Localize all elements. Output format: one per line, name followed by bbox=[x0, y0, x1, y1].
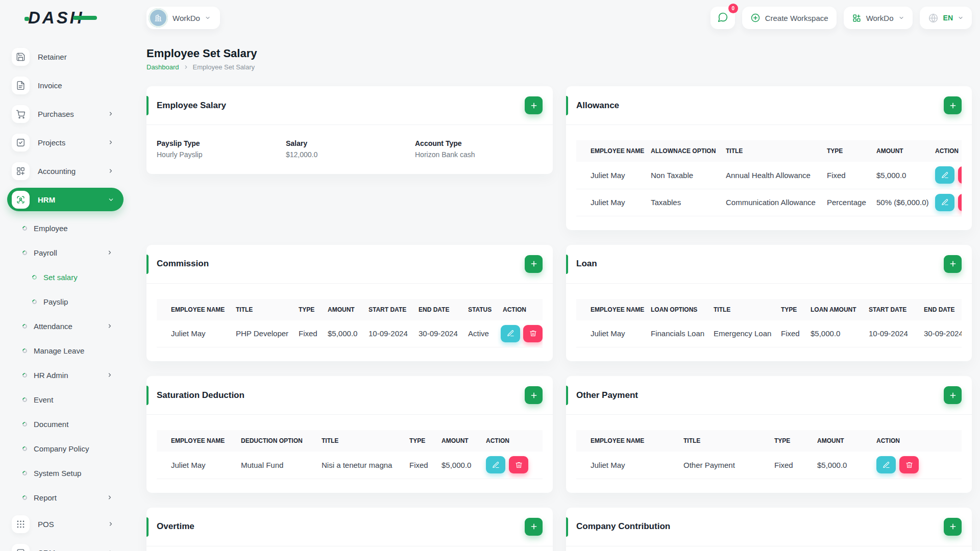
create-workspace-button[interactable]: Create Workspace bbox=[742, 7, 837, 29]
column-header: TITLE bbox=[678, 430, 769, 452]
card-body bbox=[566, 546, 972, 551]
table-cell: Juliet May bbox=[157, 320, 231, 347]
delete-button[interactable] bbox=[958, 194, 962, 211]
sidebar-item-document[interactable]: Document bbox=[0, 412, 131, 436]
table-row: Juliet MayPHP DeveloperFixed$5,000.010-0… bbox=[157, 320, 543, 347]
table-cell: $5,000.0 bbox=[871, 162, 930, 189]
sidebar-item-company-policy[interactable]: Company Policy bbox=[0, 436, 131, 461]
sidebar-item-hrm[interactable]: HRM bbox=[7, 188, 124, 211]
sidebar-item-payroll[interactable]: Payroll bbox=[0, 240, 131, 265]
sidebar-item-attendance[interactable]: Attendance bbox=[0, 314, 131, 338]
sidebar-item-label: Projects bbox=[38, 138, 65, 147]
table-cell: 10-09-2024 bbox=[363, 320, 413, 347]
sidebar-item-projects[interactable]: Projects bbox=[0, 128, 131, 157]
card-header: Loan bbox=[566, 245, 972, 284]
app-switcher-label: WorkDo bbox=[866, 14, 894, 22]
sidebar-item-employee[interactable]: Employee bbox=[0, 216, 131, 240]
edit-button[interactable] bbox=[935, 194, 954, 211]
table-header-row: EMPLOYEE NAMETITLETYPEAMOUNTSTART DATEEN… bbox=[157, 299, 543, 320]
sidebar-item-retainer[interactable]: Retainer bbox=[0, 42, 131, 71]
table-cell: Juliet May bbox=[576, 189, 646, 216]
sidebar-item-pos[interactable]: POS bbox=[0, 510, 131, 538]
sidebar-item-accounting[interactable]: Accounting bbox=[0, 157, 131, 185]
card-header: Allowance bbox=[566, 86, 972, 125]
language-selector[interactable]: EN bbox=[920, 7, 972, 29]
employee-salary-card: Employee Salary Payslip Type Hourly Pays… bbox=[146, 86, 553, 174]
sidebar-item-crm[interactable]: CRM bbox=[0, 538, 131, 551]
chevron-right-icon bbox=[107, 372, 113, 378]
hrm-icon bbox=[12, 191, 30, 209]
sidebar-item-label: HRM bbox=[38, 195, 55, 204]
hrm-submenu: Employee Payroll Set salary Payslip Atte… bbox=[0, 214, 131, 510]
table-header-row: EMPLOYEE NAMETITLETYPEAMOUNTACTION bbox=[576, 430, 962, 452]
bullet-icon bbox=[31, 274, 38, 281]
edit-button[interactable] bbox=[501, 325, 520, 342]
column-header: TYPE bbox=[769, 430, 812, 452]
delete-button[interactable] bbox=[523, 325, 543, 342]
table-cell: Percentage bbox=[822, 189, 871, 216]
column-header: EMPLOYEE NAME bbox=[576, 299, 646, 320]
delete-button[interactable] bbox=[509, 456, 528, 473]
page-title: Employee Set Salary bbox=[146, 47, 972, 60]
table-cell: $5,000.0 bbox=[436, 452, 481, 479]
add-overtime-button[interactable] bbox=[525, 518, 543, 536]
field-salary: Salary $12,000.0 bbox=[286, 139, 415, 159]
breadcrumb-dashboard-link[interactable]: Dashboard bbox=[146, 63, 179, 71]
add-saturation-deduction-button[interactable] bbox=[525, 386, 543, 404]
add-other-payment-button[interactable] bbox=[944, 386, 962, 404]
edit-button[interactable] bbox=[486, 456, 505, 473]
app-logo[interactable]: DASH bbox=[0, 0, 131, 36]
tasks-icon bbox=[12, 134, 30, 152]
bullet-icon bbox=[21, 494, 28, 501]
table-cell: Juliet May bbox=[576, 162, 646, 189]
messages-button[interactable]: 0 bbox=[710, 7, 735, 29]
card-header: Overtime bbox=[146, 508, 553, 546]
add-allowance-button[interactable] bbox=[944, 96, 962, 114]
table-cell: Juliet May bbox=[157, 452, 236, 479]
chevron-right-icon bbox=[108, 111, 114, 117]
sidebar-item-invoice[interactable]: Invoice bbox=[0, 71, 131, 99]
delete-button[interactable] bbox=[899, 456, 919, 473]
workspace-switcher[interactable]: WorkDo bbox=[146, 7, 220, 29]
table-cell: Fixed bbox=[776, 320, 805, 347]
card-title: Employee Salary bbox=[157, 101, 226, 111]
app-switcher-button[interactable]: WorkDo bbox=[844, 7, 913, 29]
table-row: Juliet MayMutual FundNisi a tenetur magn… bbox=[157, 452, 543, 479]
sidebar-item-event[interactable]: Event bbox=[0, 387, 131, 412]
card-body: EMPLOYEE NAMETITLETYPEAMOUNTACTIONJuliet… bbox=[566, 415, 972, 493]
card-title: Overtime bbox=[157, 521, 194, 532]
workspace-name: WorkDo bbox=[173, 14, 200, 22]
cards-grid: Employee Salary Payslip Type Hourly Pays… bbox=[146, 86, 972, 551]
column-header: ACTION bbox=[498, 299, 543, 320]
sidebar-item-label: Purchases bbox=[38, 110, 74, 118]
edit-button[interactable] bbox=[876, 456, 896, 473]
edit-button[interactable] bbox=[935, 166, 954, 184]
sidebar-item-set-salary[interactable]: Set salary bbox=[0, 265, 131, 289]
delete-button[interactable] bbox=[958, 166, 962, 184]
column-header: AMOUNT bbox=[812, 430, 871, 452]
add-loan-button[interactable] bbox=[944, 255, 962, 273]
action-cell bbox=[930, 189, 962, 216]
add-employee-salary-button[interactable] bbox=[525, 96, 543, 114]
add-company-contribution-button[interactable] bbox=[944, 518, 962, 536]
bullet-icon bbox=[21, 249, 28, 256]
bullet-icon bbox=[21, 225, 28, 232]
sidebar-item-report[interactable]: Report bbox=[0, 485, 131, 510]
sidebar-item-manage-leave[interactable]: Manage Leave bbox=[0, 338, 131, 363]
card-title: Commission bbox=[157, 259, 209, 269]
bullet-icon bbox=[21, 347, 28, 354]
other-payment-card: Other Payment EMPLOYEE NAMETITLETYPEAMOU… bbox=[566, 376, 972, 493]
table-cell: Communication Allowance bbox=[721, 189, 822, 216]
sidebar-item-label: CRM bbox=[38, 548, 55, 551]
sidebar-item-purchases[interactable]: Purchases bbox=[0, 99, 131, 128]
add-commission-button[interactable] bbox=[525, 255, 543, 273]
column-header: START DATE bbox=[363, 299, 413, 320]
sidebar-item-payslip[interactable]: Payslip bbox=[0, 289, 131, 314]
pos-icon bbox=[12, 515, 30, 533]
table-row: Juliet MayOther PaymentFixed$5,000.0 bbox=[576, 452, 962, 479]
logo-accent-bar bbox=[73, 16, 97, 20]
sidebar-item-hr-admin[interactable]: HR Admin bbox=[0, 363, 131, 387]
table-cell: Fixed bbox=[404, 452, 436, 479]
column-header: TYPE bbox=[404, 430, 436, 452]
sidebar-item-system-setup[interactable]: System Setup bbox=[0, 461, 131, 485]
